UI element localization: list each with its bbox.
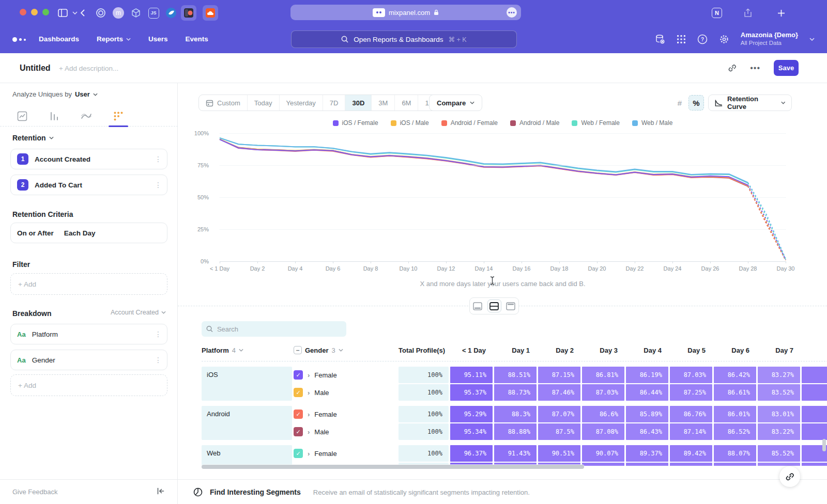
retention-value-cell[interactable]: 88.88% bbox=[494, 423, 537, 440]
tab-insights[interactable] bbox=[12, 106, 32, 127]
nav-item-dashboards[interactable]: Dashboards bbox=[39, 35, 79, 43]
new-tab-icon[interactable] bbox=[774, 6, 788, 20]
tab-avatar-icon[interactable]: m bbox=[112, 6, 125, 20]
retention-value-cell[interactable]: 87.08% bbox=[582, 423, 624, 440]
kebab-menu-icon[interactable]: ⋮ bbox=[155, 358, 162, 362]
retention-value-cell[interactable]: 96.37% bbox=[450, 445, 493, 462]
retention-value-cell[interactable]: 87.5% bbox=[538, 423, 580, 440]
nav-item-reports[interactable]: Reports bbox=[97, 35, 131, 43]
window-minimize-button[interactable] bbox=[31, 9, 38, 15]
legend-item[interactable]: iOS / Male bbox=[391, 119, 429, 127]
retention-value-cell[interactable]: 86.76% bbox=[670, 406, 712, 422]
nav-item-events[interactable]: Events bbox=[186, 35, 208, 43]
settings-gear-icon[interactable] bbox=[719, 34, 729, 44]
retention-value-cell[interactable]: 87.03% bbox=[670, 367, 712, 383]
range-button-30d[interactable]: 30D bbox=[345, 95, 372, 111]
retention-value-cell[interactable]: 86.81% bbox=[582, 367, 624, 383]
range-button-7d[interactable]: 7D bbox=[323, 95, 346, 111]
segment-checkbox[interactable]: ✓ bbox=[294, 370, 303, 380]
breakdown-gender[interactable]: Aa Gender ⋮ bbox=[10, 350, 167, 370]
criteria-interval[interactable]: Each Day bbox=[64, 229, 96, 237]
retention-value-cell[interactable]: 89.42% bbox=[670, 445, 712, 462]
retention-value-cell[interactable]: 90.51% bbox=[538, 445, 580, 462]
retention-value-cell[interactable]: 95.11% bbox=[450, 367, 493, 383]
retention-value-cell[interactable]: 87.07% bbox=[538, 406, 580, 422]
segment-checkbox[interactable]: ✓ bbox=[294, 410, 303, 419]
retention-section-header[interactable]: Retention bbox=[12, 134, 54, 142]
retention-value-cell[interactable]: 86.44% bbox=[626, 384, 668, 401]
platform-cell[interactable]: Web bbox=[202, 445, 292, 466]
range-button-3m[interactable]: 3M bbox=[372, 95, 395, 111]
retention-value-cell[interactable]: 88.07% bbox=[714, 445, 756, 462]
expand-chevron-icon[interactable]: › bbox=[308, 389, 310, 397]
global-search[interactable]: Open Reports & Dashboards ⌘ + K bbox=[291, 30, 517, 48]
report-title[interactable]: Untitled bbox=[20, 64, 51, 73]
retention-value-cell[interactable]: 86.42% bbox=[714, 367, 756, 383]
layout-table-only-button[interactable] bbox=[504, 300, 518, 312]
expand-chevron-icon[interactable]: › bbox=[308, 411, 310, 418]
event-step-2[interactable]: 2 Added To Cart ⋮ bbox=[10, 175, 167, 195]
table-header-platform[interactable]: Platform4 bbox=[202, 346, 292, 354]
retention-value-cell[interactable]: 87.15% bbox=[538, 367, 580, 383]
tab-target-icon[interactable] bbox=[94, 6, 108, 20]
retention-value-cell[interactable]: 85.89% bbox=[626, 406, 668, 422]
retention-value-cell[interactable]: 90.01% bbox=[582, 463, 624, 466]
retention-value-cell[interactable]: 95.37% bbox=[450, 384, 493, 401]
find-segments-control[interactable]: Find Interesting Segments Receive an ema… bbox=[193, 480, 530, 504]
tab-funnels[interactable] bbox=[44, 106, 64, 127]
range-button-6m[interactable]: 6M bbox=[395, 95, 418, 111]
retention-value-cell[interactable]: 88.73% bbox=[494, 384, 537, 401]
report-description-placeholder[interactable]: + Add description... bbox=[59, 65, 118, 72]
legend-item[interactable]: Android / Female bbox=[441, 119, 498, 127]
percent-values-button[interactable]: % bbox=[688, 95, 704, 111]
tab-retention[interactable] bbox=[109, 106, 128, 127]
notion-extension-icon[interactable]: N bbox=[710, 6, 724, 20]
expand-chevron-icon[interactable]: › bbox=[308, 371, 310, 379]
segment-checkbox[interactable]: ✓ bbox=[294, 427, 303, 436]
retention-value-cell[interactable]: 87.14% bbox=[670, 423, 712, 440]
platform-cell[interactable]: Android bbox=[202, 406, 292, 440]
window-zoom-button[interactable] bbox=[42, 9, 49, 15]
range-button-yesterday[interactable]: Yesterday bbox=[280, 95, 323, 111]
chart-type-selector[interactable]: Retention Curve bbox=[708, 94, 792, 111]
retention-value-cell[interactable]: 83.27% bbox=[758, 367, 800, 383]
nav-item-users[interactable]: Users bbox=[148, 35, 168, 43]
retention-value-cell[interactable]: 86.01% bbox=[714, 406, 756, 422]
add-breakdown-button[interactable]: + Add bbox=[10, 374, 167, 396]
kebab-menu-icon[interactable]: ⋮ bbox=[155, 183, 162, 187]
range-button-today[interactable]: Today bbox=[248, 95, 280, 111]
range-button-custom[interactable]: Custom bbox=[199, 95, 248, 111]
retention-value-cell[interactable]: 88.3% bbox=[494, 406, 537, 422]
retention-value-cell[interactable]: 89.37% bbox=[626, 445, 668, 462]
more-options-icon[interactable]: ••• bbox=[750, 64, 760, 73]
share-icon[interactable] bbox=[741, 6, 755, 20]
retention-value-cell[interactable]: 95.29% bbox=[450, 406, 493, 422]
retention-value-cell[interactable]: 86.52% bbox=[714, 423, 756, 440]
legend-item[interactable]: Web / Male bbox=[632, 119, 672, 127]
back-icon[interactable] bbox=[75, 6, 89, 20]
table-search[interactable] bbox=[202, 321, 346, 337]
legend-item[interactable]: Web / Female bbox=[572, 119, 619, 127]
retention-value-cell[interactable]: 83.01% bbox=[758, 406, 800, 422]
expand-chevron-icon[interactable]: › bbox=[308, 450, 310, 458]
share-link-fab[interactable] bbox=[779, 466, 800, 487]
collapse-sidebar-icon[interactable] bbox=[157, 487, 165, 495]
retention-value-cell[interactable]: 88.34% bbox=[714, 463, 756, 466]
compare-button[interactable]: Compare bbox=[429, 94, 482, 111]
retention-value-cell[interactable]: 86.61% bbox=[714, 384, 756, 401]
retention-value-cell[interactable]: 88.51% bbox=[494, 367, 537, 383]
apps-grid-icon[interactable] bbox=[677, 35, 686, 44]
url-more-icon[interactable]: ••• bbox=[507, 7, 517, 18]
url-bar[interactable]: mixpanel.com ••• bbox=[290, 5, 521, 20]
tab-globe-icon[interactable] bbox=[164, 6, 178, 20]
retention-value-cell[interactable]: 85.67% bbox=[758, 463, 800, 466]
layout-split-button[interactable] bbox=[487, 300, 501, 312]
legend-item[interactable]: Android / Male bbox=[510, 119, 559, 127]
tab-notebook-icon[interactable] bbox=[181, 5, 196, 21]
retention-value-cell[interactable]: 87.25% bbox=[670, 384, 712, 401]
give-feedback-link[interactable]: Give Feedback bbox=[12, 488, 57, 496]
tab-js-icon[interactable]: JS bbox=[147, 6, 160, 20]
retention-value-cell[interactable]: 85.52% bbox=[758, 445, 800, 462]
mixpanel-logo[interactable] bbox=[12, 37, 26, 42]
analyze-uniques-control[interactable]: Analyze Uniques by User bbox=[12, 90, 98, 98]
